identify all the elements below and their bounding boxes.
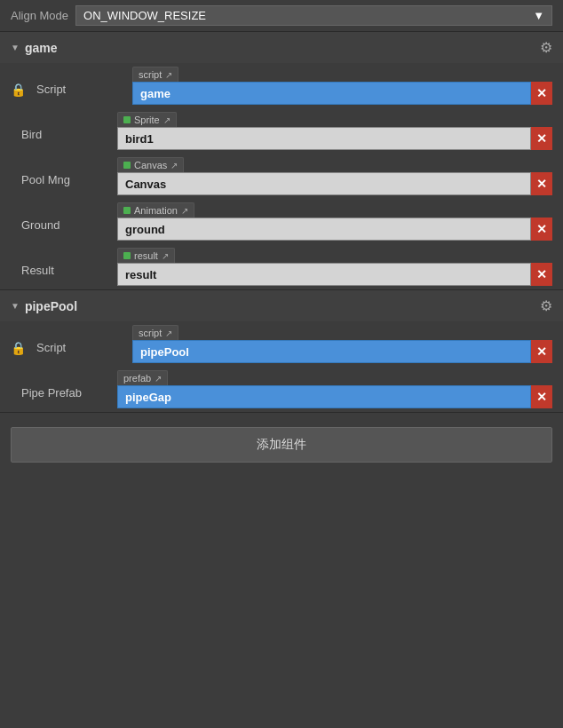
type-tag-label: result [134, 250, 158, 261]
external-link-icon[interactable]: ↗ [181, 206, 188, 216]
delete-button-game-1[interactable]: ✕ [531, 127, 552, 150]
gear-icon-game[interactable]: ⚙ [540, 39, 552, 56]
external-link-icon[interactable]: ↗ [162, 251, 169, 261]
delete-button-game-0[interactable]: ✕ [531, 82, 552, 105]
type-tag-game-3: Animation↗ [117, 202, 194, 218]
align-mode-select[interactable]: ON_WINDOW_RESIZE ▼ [75, 5, 552, 26]
external-link-icon[interactable]: ↗ [163, 115, 170, 125]
value-row-pipePool-1: pipeGap✕ [117, 385, 552, 408]
field-control-game-4: result↗result✕ [117, 248, 552, 286]
type-dot [123, 252, 131, 259]
value-row-game-4: result✕ [117, 263, 552, 286]
lock-icon: 🔒 [11, 325, 26, 355]
delete-button-pipePool-1[interactable]: ✕ [531, 385, 552, 408]
type-tag-game-0: script↗ [132, 67, 178, 82]
value-box-game-0[interactable]: game [132, 82, 531, 105]
align-mode-value: ON_WINDOW_RESIZE [83, 9, 206, 22]
external-link-icon[interactable]: ↗ [170, 161, 178, 170]
lock-icon: 🔒 [11, 67, 26, 97]
top-bar: Align Mode ON_WINDOW_RESIZE ▼ [0, 0, 563, 32]
type-tag-label: Animation [134, 205, 178, 216]
value-row-game-2: Canvas✕ [117, 172, 552, 195]
field-row-game-2: Pool MngCanvas↗Canvas✕ [0, 154, 563, 199]
value-box-game-2[interactable]: Canvas [117, 172, 531, 195]
sections-container: ▼ game ⚙ 🔒Scriptscript↗game✕BirdSprite↗b… [0, 32, 563, 413]
type-tag-label: Sprite [134, 115, 160, 125]
field-label-pipePool-0: Script [36, 325, 125, 354]
type-dot [123, 116, 131, 123]
value-box-game-4[interactable]: result [117, 263, 531, 286]
section-title-pipePool: ▼ pipePool [11, 299, 77, 313]
field-control-game-2: Canvas↗Canvas✕ [117, 157, 552, 195]
type-tag-game-4: result↗ [117, 248, 175, 263]
section-header-game[interactable]: ▼ game ⚙ [0, 32, 563, 63]
section-title-game: ▼ game [11, 41, 57, 55]
type-dot [123, 207, 131, 214]
delete-button-game-2[interactable]: ✕ [531, 172, 552, 195]
field-row-game-3: GroundAnimation↗ground✕ [0, 199, 563, 244]
external-link-icon[interactable]: ↗ [165, 328, 172, 338]
type-tag-label: script [139, 69, 162, 80]
field-row-game-0: 🔒Scriptscript↗game✕ [0, 63, 563, 108]
field-row-pipePool-1: Pipe Prefabprefab↗pipeGap✕ [0, 367, 563, 412]
field-row-game-4: Resultresult↗result✕ [0, 244, 563, 289]
delete-button-game-3[interactable]: ✕ [531, 218, 552, 241]
field-control-pipePool-0: script↗pipePool✕ [132, 325, 552, 363]
field-control-game-3: Animation↗ground✕ [117, 202, 552, 241]
value-box-game-1[interactable]: bird1 [117, 127, 531, 150]
type-tag-pipePool-1: prefab↗ [117, 370, 168, 385]
triangle-icon: ▼ [11, 43, 20, 52]
type-tag-label: script [139, 328, 162, 338]
delete-button-game-4[interactable]: ✕ [531, 263, 552, 286]
field-control-game-0: script↗game✕ [132, 67, 552, 105]
section-header-pipePool[interactable]: ▼ pipePool ⚙ [0, 290, 563, 321]
field-label-game-3: Ground [21, 202, 110, 232]
gear-icon-pipePool[interactable]: ⚙ [540, 297, 552, 314]
triangle-icon: ▼ [11, 301, 20, 311]
field-label-game-1: Bird [21, 112, 110, 141]
field-control-pipePool-1: prefab↗pipeGap✕ [117, 370, 552, 408]
external-link-icon[interactable]: ↗ [165, 70, 172, 80]
field-label-game-2: Pool Mng [21, 157, 110, 186]
value-box-pipePool-0[interactable]: pipePool [132, 340, 531, 363]
section-name-pipePool: pipePool [25, 299, 77, 313]
type-tag-game-1: Sprite↗ [117, 112, 177, 127]
section-name-game: game [25, 41, 58, 55]
field-label-pipePool-1: Pipe Prefab [21, 370, 110, 400]
value-box-game-3[interactable]: ground [117, 218, 531, 241]
type-tag-label: Canvas [134, 160, 167, 170]
chevron-down-icon: ▼ [533, 9, 544, 22]
align-mode-label: Align Mode [11, 9, 68, 22]
section-game: ▼ game ⚙ 🔒Scriptscript↗game✕BirdSprite↗b… [0, 32, 563, 290]
type-tag-pipePool-0: script↗ [132, 325, 178, 340]
field-row-pipePool-0: 🔒Scriptscript↗pipePool✕ [0, 321, 563, 367]
value-row-pipePool-0: pipePool✕ [132, 340, 552, 363]
add-component-button[interactable]: 添加组件 [11, 427, 552, 463]
field-label-game-4: Result [21, 248, 110, 277]
value-row-game-1: bird1✕ [117, 127, 552, 150]
delete-button-pipePool-0[interactable]: ✕ [531, 340, 552, 363]
field-label-game-0: Script [36, 67, 125, 96]
field-row-game-1: BirdSprite↗bird1✕ [0, 108, 563, 154]
value-row-game-3: ground✕ [117, 218, 552, 241]
value-box-pipePool-1[interactable]: pipeGap [117, 385, 531, 408]
type-dot [123, 162, 131, 169]
value-row-game-0: game✕ [132, 82, 552, 105]
field-control-game-1: Sprite↗bird1✕ [117, 112, 552, 150]
type-tag-label: prefab [123, 373, 151, 384]
external-link-icon[interactable]: ↗ [155, 374, 162, 384]
section-pipePool: ▼ pipePool ⚙ 🔒Scriptscript↗pipePool✕Pipe… [0, 290, 563, 413]
type-tag-game-2: Canvas↗ [117, 157, 184, 172]
